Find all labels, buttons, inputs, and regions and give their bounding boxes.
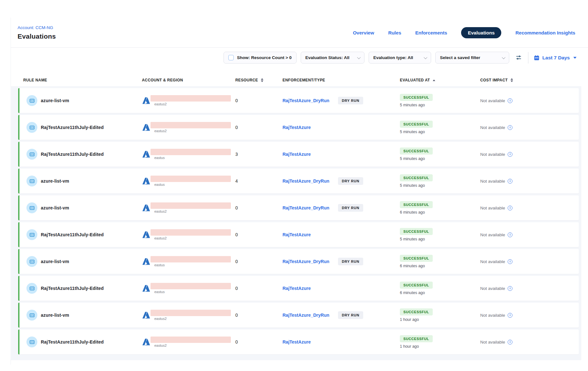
table-row[interactable]: RajTestAzure11thJuly-Edited eastus2 0 Ra… <box>18 222 579 247</box>
sort-icon[interactable] <box>261 78 263 82</box>
sort-icon[interactable] <box>511 78 513 82</box>
rule-name-cell: RajTestAzure11thJuly-Edited <box>23 229 142 240</box>
rule-name: RajTestAzure11thJuly-Edited <box>41 232 104 237</box>
nav-tab-overview[interactable]: Overview <box>353 30 374 35</box>
column-label: COST IMPACT <box>480 78 508 82</box>
table-row[interactable]: RajTestAzure11thJuly-Edited eastus2 0 Ra… <box>18 115 579 140</box>
info-icon[interactable] <box>508 152 512 157</box>
resource-cell: 0 <box>235 125 283 130</box>
table-row[interactable]: azure-list-vm eastus 4 RajTestAzure_DryR… <box>18 169 579 193</box>
table-row[interactable]: azure-list-vm eastus2 0 RajTestAzure_Dry… <box>18 195 579 220</box>
account-redacted-bar <box>151 337 231 343</box>
account-redacted-bar <box>151 149 231 155</box>
top-nav: OverviewRulesEnforcementsEvaluationsReco… <box>353 27 578 38</box>
enforcement-link[interactable]: RajTestAzure <box>283 152 338 157</box>
status-badge: SUCCESSFUL <box>400 255 433 262</box>
resource-count: 0 <box>235 313 238 318</box>
info-icon[interactable] <box>508 125 512 130</box>
table-row[interactable]: azure-list-vm eastus2 0 RajTestAzure_Dry… <box>18 88 579 113</box>
evaluated-time: 5 minutes ago <box>400 130 425 134</box>
info-icon[interactable] <box>508 98 512 103</box>
column-header-rule-name: RULE NAME <box>23 78 142 82</box>
info-icon[interactable] <box>508 286 512 291</box>
info-icon[interactable] <box>508 232 512 237</box>
saved-filter-select[interactable]: Select a saved filter <box>435 52 509 64</box>
resource-count-checkbox[interactable] <box>228 55 234 60</box>
column-header-evaluated-at[interactable]: EVALUATED AT <box>400 78 480 82</box>
enforcement-link[interactable]: RajTestAzure_DryRun <box>283 259 338 264</box>
rule-name-cell: RajTestAzure11thJuly-Edited <box>23 149 142 160</box>
rule-icon <box>26 149 37 160</box>
table-header-row: RULE NAMEACCOUNT & REGIONRESOURCEENFORCE… <box>18 75 579 85</box>
resource-count-toggle[interactable]: Show: Resource Count > 0 <box>224 52 296 64</box>
rule-icon <box>26 229 37 240</box>
info-icon[interactable] <box>508 259 512 264</box>
sort-asc-icon[interactable] <box>433 80 435 81</box>
resource-count-label: Show: Resource Count > 0 <box>237 55 291 60</box>
resource-cell: 0 <box>235 259 283 264</box>
enforcement-cell: RajTestAzure <box>283 286 400 291</box>
cost-impact-value: Not available <box>480 259 505 264</box>
cost-impact-value: Not available <box>480 152 505 157</box>
nav-tab-rules[interactable]: Rules <box>388 30 401 35</box>
account-stack: eastus2 <box>151 229 231 240</box>
enforcement-link[interactable]: RajTestAzure <box>283 125 338 130</box>
nav-tab-evaluations[interactable]: Evaluations <box>461 27 501 38</box>
filter-settings-button[interactable] <box>513 54 524 61</box>
resource-count: 0 <box>235 98 238 103</box>
rule-name: azure-list-vm <box>41 205 69 210</box>
info-icon[interactable] <box>508 206 512 210</box>
info-icon[interactable] <box>508 340 512 344</box>
account-breadcrumb-link[interactable]: Account: CCM-NG <box>18 25 56 30</box>
rule-icon <box>26 283 37 294</box>
enforcement-link[interactable]: RajTestAzure_DryRun <box>283 178 338 184</box>
region-name: eastus2 <box>151 102 231 106</box>
enforcement-cell: RajTestAzure <box>283 232 400 237</box>
cost-impact-cell: Not available <box>480 259 574 264</box>
info-icon[interactable] <box>508 313 512 318</box>
evaluation-status-select[interactable]: Evaluation Status: All <box>301 52 364 64</box>
evaluation-type-select[interactable]: Evaluation type: All <box>369 52 431 64</box>
account-redacted-bar <box>151 202 231 209</box>
account-redacted-bar <box>151 310 231 316</box>
column-label: ENFORCEMENT/TYPE <box>283 78 325 82</box>
table-row[interactable]: RajTestAzure11thJuly-Edited eastus 3 Raj… <box>18 142 579 167</box>
enforcement-cell: RajTestAzure <box>283 339 400 344</box>
region-name: eastus <box>151 183 231 186</box>
enforcement-link[interactable]: RajTestAzure_DryRun <box>283 313 338 318</box>
account-region-cell: eastus2 <box>142 95 235 106</box>
evaluated-at-cell: SUCCESSFUL 5 minutes ago <box>400 174 480 188</box>
evaluated-time: 6 minutes ago <box>400 291 425 295</box>
region-name: eastus2 <box>151 209 231 213</box>
enforcement-link[interactable]: RajTestAzure <box>283 339 338 344</box>
enforcement-link[interactable]: RajTestAzure_DryRun <box>283 98 338 103</box>
account-region-cell: eastus2 <box>142 310 235 321</box>
nav-tab-recommendation-insights[interactable]: Recommendation Insights <box>515 30 575 35</box>
resource-cell: 0 <box>235 339 283 345</box>
resource-count: 0 <box>235 286 238 291</box>
azure-logo-icon <box>142 311 151 320</box>
column-header-cost-impact[interactable]: COST IMPACT <box>480 78 574 82</box>
cost-impact-value: Not available <box>480 232 505 237</box>
column-label: EVALUATED AT <box>400 78 430 82</box>
enforcement-link[interactable]: RajTestAzure_DryRun <box>283 205 338 210</box>
cost-impact-cell: Not available <box>480 152 574 157</box>
azure-logo-icon <box>142 177 151 185</box>
date-range-picker[interactable]: Last 7 Days <box>533 55 578 61</box>
rule-name-cell: azure-list-vm <box>23 95 142 106</box>
column-header-resource[interactable]: RESOURCE <box>235 78 283 82</box>
table-row[interactable]: RajTestAzure11thJuly-Edited eastus2 0 Ra… <box>18 329 579 354</box>
table-row[interactable]: RajTestAzure11thJuly-Edited eastus 0 Raj… <box>18 276 579 301</box>
enforcement-link[interactable]: RajTestAzure <box>283 232 338 237</box>
cost-impact-cell: Not available <box>480 179 574 184</box>
account-region-cell: eastus2 <box>142 337 235 347</box>
caret-down-icon <box>573 57 577 59</box>
resource-cell: 0 <box>235 205 283 211</box>
resource-count: 0 <box>235 259 238 264</box>
account-stack: eastus2 <box>151 95 231 106</box>
table-row[interactable]: azure-list-vm eastus 0 RajTestAzure_DryR… <box>18 249 579 274</box>
table-row[interactable]: azure-list-vm eastus2 0 RajTestAzure_Dry… <box>18 303 579 328</box>
enforcement-link[interactable]: RajTestAzure <box>283 286 338 291</box>
nav-tab-enforcements[interactable]: Enforcements <box>415 30 447 35</box>
info-icon[interactable] <box>508 179 512 184</box>
